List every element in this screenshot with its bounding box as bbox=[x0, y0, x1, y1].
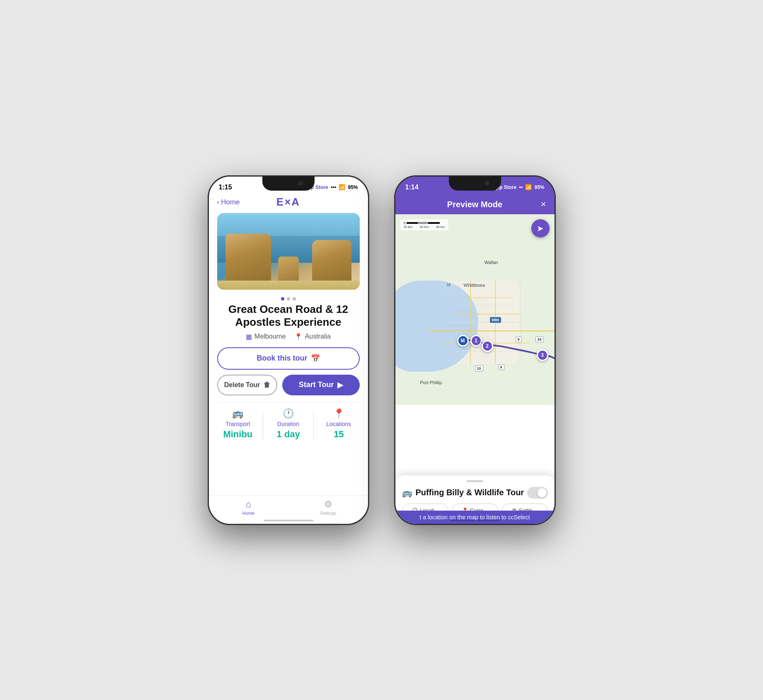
locations-value: 15 bbox=[334, 429, 344, 440]
rock-center bbox=[278, 257, 299, 283]
home-tab-label: Home bbox=[242, 511, 254, 516]
settings-tab-label: Settings bbox=[320, 511, 337, 516]
road-34-sign: 34 bbox=[535, 337, 544, 342]
bus-icon: 🚌 bbox=[232, 408, 243, 419]
divider bbox=[217, 402, 360, 402]
delete-label: Delete Tour bbox=[224, 381, 260, 389]
book-tour-label: Book this tour bbox=[257, 354, 308, 363]
close-button[interactable]: × bbox=[541, 199, 546, 210]
stats-row: 🚌 Transport Minibu 🕐 Duration 1 day 📍 Lo… bbox=[209, 408, 368, 441]
time-display-2: 1:14 bbox=[405, 184, 419, 191]
marker-3[interactable]: 3 bbox=[537, 349, 548, 361]
pin-icon: 📍 bbox=[294, 333, 303, 341]
sheet-handle bbox=[467, 480, 483, 482]
play-icon: ▶ bbox=[337, 380, 343, 390]
tab-home[interactable]: ⌂ Home bbox=[209, 499, 288, 516]
road-9-sign-2: 9 bbox=[498, 364, 504, 370]
gps-button[interactable]: ➤ bbox=[531, 219, 550, 237]
hero-image bbox=[217, 213, 360, 290]
notch bbox=[262, 177, 315, 191]
chevron-left-icon: ‹ bbox=[217, 198, 220, 206]
city-label: Melbourne bbox=[254, 333, 286, 340]
preview-mode-title: Preview Mode bbox=[447, 200, 502, 209]
home-icon: ⌂ bbox=[246, 499, 251, 510]
signal-icon-2: ▪▪ bbox=[519, 184, 523, 190]
battery-icon: 95% bbox=[348, 184, 358, 190]
sheet-header: 🚌 Puffing Billy & Wildlife Tour bbox=[402, 487, 548, 499]
whittlesea-label: Whittlesea bbox=[464, 283, 485, 288]
bottom-instruction: t a location on the map to listen to ccS… bbox=[395, 511, 555, 524]
rock-left bbox=[225, 234, 271, 283]
sheet-bus-icon: 🚌 bbox=[402, 488, 412, 498]
tab-settings[interactable]: ⚙ Settings bbox=[288, 499, 368, 516]
wifi-icon: 📶 bbox=[339, 184, 345, 190]
toggle-switch[interactable] bbox=[527, 487, 548, 499]
marker-m[interactable]: M bbox=[457, 335, 469, 346]
gear-icon: ⚙ bbox=[324, 499, 332, 510]
route-svg bbox=[395, 214, 555, 405]
nav-bar: ‹ Home E×A bbox=[209, 195, 368, 210]
wallan-label: Wallan bbox=[484, 260, 498, 265]
sand bbox=[217, 281, 360, 290]
delete-tour-button[interactable]: Delete Tour 🗑 bbox=[217, 375, 277, 395]
transport-stat: 🚌 Transport Minibu bbox=[213, 408, 263, 440]
scale-zero: 0 bbox=[404, 221, 406, 225]
melbourne-m-label: M bbox=[447, 283, 451, 287]
scale-bar bbox=[407, 222, 440, 224]
scale-labels: 10 km 20 km 30 km bbox=[404, 225, 445, 229]
trash-icon: 🗑 bbox=[264, 381, 270, 389]
country-label: Australia bbox=[305, 333, 331, 340]
marker-2[interactable]: 2 bbox=[482, 340, 493, 352]
phone-1-screen: 1:15 ◀ App Store ▪▪▪ 📶 95% ‹ Home E×A bbox=[209, 177, 368, 524]
tour-title: Great Ocean Road & 12 Apostles Experienc… bbox=[209, 303, 368, 329]
road-9-sign-1: 9 bbox=[516, 337, 522, 342]
duration-stat: 🕐 Duration 1 day bbox=[263, 408, 313, 440]
camera-dot bbox=[298, 181, 303, 186]
duration-value: 1 day bbox=[276, 429, 300, 440]
transport-label: Transport bbox=[225, 421, 250, 427]
marker-1[interactable]: 1 bbox=[470, 335, 482, 346]
building-icon: ▦ bbox=[246, 333, 252, 341]
phone-2: 1:14 ◀ App Store ▪▪ 📶 95% Preview Mode × bbox=[394, 175, 556, 525]
home-indicator-2 bbox=[450, 520, 500, 521]
duration-label: Duration bbox=[277, 421, 299, 427]
dot-2[interactable] bbox=[287, 297, 290, 300]
start-tour-button[interactable]: Start Tour ▶ bbox=[282, 375, 360, 395]
dot-1[interactable] bbox=[281, 297, 284, 300]
book-tour-button[interactable]: Book this tour 📅 bbox=[217, 347, 360, 370]
sheet-title-group: 🚌 Puffing Billy & Wildlife Tour bbox=[402, 488, 524, 498]
locations-stat: 📍 Locations 15 bbox=[314, 408, 364, 440]
back-button[interactable]: ‹ Home bbox=[217, 198, 240, 206]
country-item: 📍 Australia bbox=[294, 333, 331, 341]
notch-2 bbox=[449, 177, 501, 191]
scale-line: 0 bbox=[404, 221, 445, 225]
phone1-main: ‹ Home E×A bbox=[209, 195, 368, 524]
preview-header: Preview Mode × bbox=[395, 195, 555, 214]
navigation-icon: ➤ bbox=[537, 223, 544, 233]
port-phillip-label: Port Phillip bbox=[420, 380, 442, 385]
location-row: ▦ Melbourne 📍 Australia bbox=[209, 333, 368, 341]
app-logo: E×A bbox=[276, 196, 300, 208]
phone-2-screen: 1:14 ◀ App Store ▪▪ 📶 95% Preview Mode × bbox=[395, 177, 555, 524]
image-dots bbox=[209, 297, 368, 300]
time-display: 1:15 bbox=[219, 184, 232, 191]
location-icon: 📍 bbox=[333, 408, 344, 419]
city-item: ▦ Melbourne bbox=[246, 333, 286, 341]
calendar-icon: 📅 bbox=[311, 354, 320, 363]
road-10-sign: 10 bbox=[475, 366, 483, 371]
phone-1: 1:15 ◀ App Store ▪▪▪ 📶 95% ‹ Home E×A bbox=[208, 175, 369, 525]
sheet-tour-name: Puffing Billy & Wildlife Tour bbox=[416, 488, 524, 497]
phone2-main: Preview Mode × bbox=[395, 195, 555, 524]
battery-icon-2: 95% bbox=[534, 184, 544, 190]
m80-sign: M80 bbox=[490, 317, 501, 323]
camera-dot-2 bbox=[484, 181, 489, 186]
rock-right bbox=[312, 240, 351, 283]
locations-label: Locations bbox=[326, 421, 351, 427]
signal-icon: ▪▪▪ bbox=[331, 184, 337, 190]
start-label: Start Tour bbox=[299, 380, 334, 389]
wifi-icon-2: 📶 bbox=[525, 184, 532, 190]
dot-3[interactable] bbox=[293, 297, 296, 300]
transport-value: Minibu bbox=[223, 429, 252, 440]
back-label: Home bbox=[221, 198, 240, 206]
map-area[interactable]: 0 10 km 20 km 30 km ➤ Wallan Whittlesea bbox=[395, 214, 555, 405]
